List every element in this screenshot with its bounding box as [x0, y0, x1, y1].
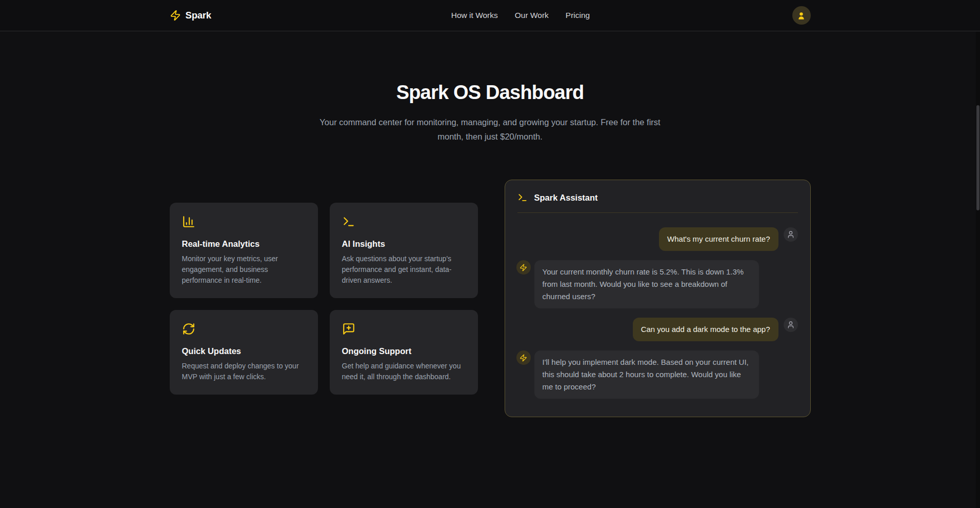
user-icon	[796, 11, 806, 21]
feature-card-ongoing-support: Ongoing Support Get help and guidance wh…	[330, 310, 478, 395]
feature-card-realtime-analytics: Real-time Analytics Monitor your key met…	[170, 203, 318, 298]
hero-section: Spark OS Dashboard Your command center f…	[0, 31, 980, 144]
user-icon	[787, 230, 795, 239]
feature-description: Monitor your key metrics, user engagemen…	[182, 253, 306, 286]
chat-message-assistant: I'll help you implement dark mode. Based…	[516, 350, 798, 399]
brand-logo[interactable]: Spark	[170, 10, 211, 21]
zap-icon	[170, 10, 181, 21]
brand-name: Spark	[186, 10, 211, 21]
user-message-bubble: Can you add a dark mode to the app?	[633, 318, 778, 341]
navbar: Spark How it Works Our Work Pricing	[0, 0, 980, 31]
assistant-chat-avatar	[516, 350, 531, 365]
zap-icon	[519, 264, 527, 271]
assistant-message-bubble: I'll help you implement dark mode. Based…	[534, 350, 759, 399]
features-grid: Real-time Analytics Monitor your key met…	[170, 203, 478, 395]
refresh-icon	[182, 322, 306, 338]
nav-links: How it Works Our Work Pricing	[451, 11, 590, 20]
page-subtitle: Your command center for monitoring, mana…	[313, 115, 667, 144]
user-icon	[787, 321, 795, 329]
page-title: Spark OS Dashboard	[0, 82, 980, 104]
terminal-icon	[342, 215, 466, 230]
user-avatar-button[interactable]	[792, 6, 811, 25]
content-row: Real-time Analytics Monitor your key met…	[170, 180, 811, 417]
feature-title: Ongoing Support	[342, 346, 466, 356]
assistant-panel-header: Spark Assistant	[505, 180, 810, 212]
spark-assistant-panel: Spark Assistant What's my current churn …	[505, 180, 811, 417]
terminal-icon	[517, 192, 528, 203]
feature-description: Get help and guidance whenever you need …	[342, 361, 466, 382]
feature-card-quick-updates: Quick Updates Request and deploy changes…	[170, 310, 318, 395]
zap-icon	[519, 354, 527, 362]
user-chat-avatar	[784, 227, 798, 242]
nav-link-pricing[interactable]: Pricing	[566, 11, 590, 20]
feature-title: AI Insights	[342, 239, 466, 249]
nav-link-our-work[interactable]: Our Work	[515, 11, 549, 20]
user-message-bubble: What's my current churn rate?	[659, 227, 778, 251]
chat-messages: What's my current churn rate? Your curre…	[505, 213, 810, 412]
navbar-inner: Spark How it Works Our Work Pricing	[170, 0, 811, 31]
nav-link-how-it-works[interactable]: How it Works	[451, 11, 498, 20]
assistant-chat-avatar	[516, 260, 531, 275]
chat-message-user: What's my current churn rate?	[516, 227, 798, 251]
assistant-message-bubble: Your current monthly churn rate is 5.2%.…	[534, 260, 759, 308]
chart-column-icon	[182, 215, 306, 230]
chat-message-assistant: Your current monthly churn rate is 5.2%.…	[516, 260, 798, 308]
feature-title: Quick Updates	[182, 346, 306, 356]
page: Spark How it Works Our Work Pricing Spar…	[0, 0, 980, 508]
scrollbar-thumb[interactable]	[976, 105, 979, 210]
feature-description: Ask questions about your startup's perfo…	[342, 253, 466, 286]
feature-description: Request and deploy changes to your MVP w…	[182, 361, 306, 382]
assistant-panel-title: Spark Assistant	[534, 193, 598, 203]
feature-title: Real-time Analytics	[182, 239, 306, 249]
user-chat-avatar	[784, 318, 798, 332]
scrollbar-track	[976, 32, 980, 508]
message-square-plus-icon	[342, 322, 466, 338]
chat-message-user: Can you add a dark mode to the app?	[516, 318, 798, 341]
feature-card-ai-insights: AI Insights Ask questions about your sta…	[330, 203, 478, 298]
